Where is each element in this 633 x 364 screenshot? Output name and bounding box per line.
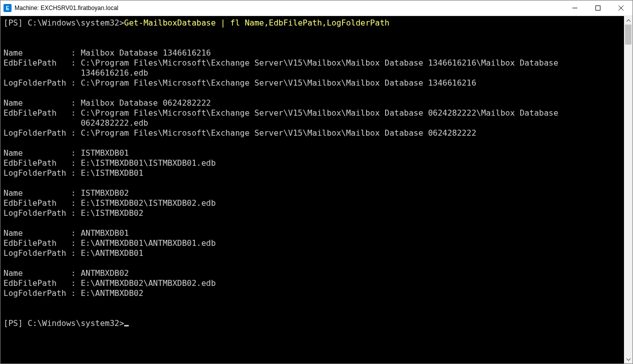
- output-line: Name : ANTMBXDB02: [4, 268, 129, 278]
- app-window: E Machine: EXCHSRV01.firatboyan.local [P…: [0, 0, 633, 364]
- output-line: LogFolderPath : E:\ANTMBXDB02: [4, 288, 143, 298]
- maximize-button[interactable]: [586, 1, 609, 16]
- close-button[interactable]: [609, 1, 632, 16]
- output-line: LogFolderPath : C:\Program Files\Microso…: [4, 78, 476, 88]
- output-line: Name : ISTMBXDB01: [4, 148, 129, 158]
- output-line: EdbFilePath : C:\Program Files\Microsoft…: [4, 108, 558, 118]
- command-text: Get-MailboxDatabase | fl Name,EdbFilePat…: [124, 18, 390, 28]
- output-line: 1346616216.edb: [4, 68, 148, 78]
- prompt-label: [PS]: [4, 318, 23, 328]
- output-line: LogFolderPath : E:\ISTMBXDB01: [4, 168, 143, 178]
- output-line: EdbFilePath : C:\Program Files\Microsoft…: [4, 58, 558, 68]
- prompt-label: [PS]: [4, 18, 23, 28]
- close-icon: [618, 6, 623, 11]
- scroll-thumb[interactable]: [625, 25, 631, 45]
- cursor: [124, 325, 129, 326]
- window-controls: [563, 1, 632, 16]
- console-area: [PS] C:\Windows\system32>Get-MailboxData…: [1, 16, 632, 363]
- maximize-icon: [595, 6, 600, 11]
- titlebar-left: E Machine: EXCHSRV01.firatboyan.local: [4, 4, 118, 12]
- vertical-scrollbar[interactable]: [624, 16, 632, 363]
- output-line: 0624282222.edb: [4, 118, 148, 128]
- chevron-down-icon: [626, 357, 630, 361]
- prompt-path: C:\Windows\system32: [28, 18, 119, 28]
- output-line: EdbFilePath : E:\ISTMBXDB02\ISTMBXDB02.e…: [4, 198, 216, 208]
- output-line: LogFolderPath : E:\ANTMBXDB01: [4, 248, 143, 258]
- output-line: LogFolderPath : E:\ISTMBXDB02: [4, 208, 143, 218]
- console-output[interactable]: [PS] C:\Windows\system32>Get-MailboxData…: [1, 16, 624, 363]
- scroll-up-button[interactable]: [624, 16, 632, 25]
- app-icon: E: [4, 4, 12, 12]
- window-title: Machine: EXCHSRV01.firatboyan.local: [15, 5, 118, 12]
- chevron-up-icon: [626, 19, 630, 23]
- titlebar[interactable]: E Machine: EXCHSRV01.firatboyan.local: [1, 1, 632, 16]
- minimize-button[interactable]: [563, 1, 586, 16]
- prompt-sep: >: [119, 318, 124, 328]
- output-line: Name : ANTMBXDB01: [4, 228, 129, 238]
- svg-rect-0: [596, 6, 600, 11]
- prompt-path: C:\Windows\system32: [28, 318, 119, 328]
- output-line: EdbFilePath : E:\ANTMBXDB02\ANTMBXDB02.e…: [4, 278, 216, 288]
- prompt-sep: >: [119, 18, 124, 28]
- minimize-icon: [572, 6, 577, 11]
- output-line: EdbFilePath : E:\ISTMBXDB01\ISTMBXDB01.e…: [4, 158, 216, 168]
- scroll-track[interactable]: [624, 25, 632, 355]
- output-line: Name : Mailbox Database 1346616216: [4, 48, 211, 58]
- output-line: Name : ISTMBXDB02: [4, 188, 129, 198]
- app-icon-letter: E: [6, 6, 10, 11]
- output-line: Name : Mailbox Database 0624282222: [4, 98, 211, 108]
- scroll-down-button[interactable]: [624, 355, 632, 363]
- output-line: LogFolderPath : C:\Program Files\Microso…: [4, 128, 476, 138]
- output-line: EdbFilePath : E:\ANTMBXDB01\ANTMBXDB01.e…: [4, 238, 216, 248]
